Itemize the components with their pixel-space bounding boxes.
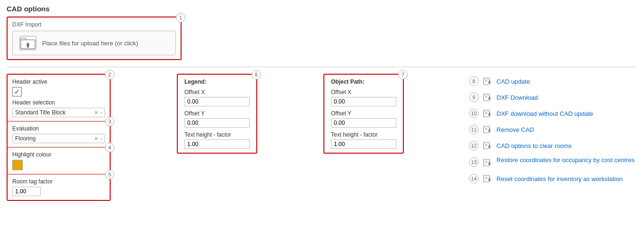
action-item-cad-clear-rooms[interactable]: 12 CAD options to clear rooms [466, 138, 637, 153]
action-label-8: CAD update [496, 78, 530, 85]
room-tag-label: Room tag factor [12, 178, 105, 185]
evaluation-panel: 3 Evaluation Flooring ✕ › [7, 121, 111, 147]
header-active-checkbox-row: ✓ [12, 87, 105, 96]
object-path-panel: 7 Object Path: Offset X Offset Y Text he… [323, 74, 404, 154]
badge-6: 6 [252, 70, 261, 79]
action-label-14: Reset coordinates for inventory as works… [496, 175, 623, 182]
horizontal-divider [7, 67, 637, 67]
evaluation-label: Evaluation [12, 125, 105, 132]
legend-text-height-input[interactable] [184, 139, 250, 149]
action-num-8: 8 [469, 77, 479, 86]
object-offset-y-input[interactable] [331, 118, 396, 128]
chevron-right-icon[interactable]: › [100, 110, 102, 115]
action-label-11: Remove CAD [496, 126, 534, 133]
action-num-12: 12 [469, 141, 479, 150]
action-num-14: 14 [469, 174, 479, 183]
dxf-import-label: DXF Import [12, 21, 176, 28]
badge-3: 3 [105, 117, 114, 126]
clear-icon-eval[interactable]: ✕ [94, 136, 98, 142]
action-num-11: 11 [469, 125, 479, 134]
section-badge-1: 1 [176, 13, 185, 22]
header-selection-dropdown[interactable]: Standard Title Block ✕ › [12, 108, 105, 117]
header-panel: 2 Header active ✓ Header selection Stand… [7, 74, 111, 121]
action-label-10: DXF download without CAD update [496, 110, 593, 117]
dxf-download-icon [482, 92, 493, 103]
dxf-import-section: 1 DXF Import Place files for upload here… [7, 17, 182, 60]
action-num-9: 9 [469, 93, 479, 102]
legend-offset-x-label: Offset X [184, 89, 250, 95]
upload-icon [19, 36, 36, 50]
badge-7: 7 [398, 70, 408, 79]
legend-title: Legend: [184, 78, 250, 85]
action-num-10: 10 [469, 109, 479, 118]
highlight-colour-label: Highlight colour [12, 151, 105, 158]
chevron-right-eval-icon[interactable]: › [100, 136, 102, 141]
action-item-remove-cad[interactable]: 11 Remove CAD [466, 122, 637, 137]
cad-update-icon [482, 76, 493, 87]
svg-marker-1 [26, 42, 30, 47]
object-text-height-label: Text height - factor [331, 131, 396, 138]
legend-panel: 6 Legend: Offset X Offset Y Text height … [177, 74, 257, 154]
action-label-13: Restore coordinates for occupancy by cos… [496, 156, 635, 164]
action-list: 8 CAD update 9 DXF Download 10 DXF downl… [466, 74, 637, 186]
bottom-row: 2 Header active ✓ Header selection Stand… [7, 74, 637, 201]
header-active-checkbox[interactable]: ✓ [12, 87, 22, 96]
clear-icon[interactable]: ✕ [94, 110, 98, 116]
header-selection-label: Header selection [12, 99, 105, 106]
object-text-height-input[interactable] [331, 139, 396, 149]
room-tag-panel: 5 Room tag factor [7, 174, 111, 201]
action-label-12: CAD options to clear rooms [496, 142, 572, 149]
dxf-no-cad-icon [482, 108, 493, 119]
room-tag-input[interactable] [12, 187, 41, 196]
page-title: CAD options [7, 5, 637, 13]
highlight-panel: 4 Highlight colour [7, 147, 111, 174]
header-active-label: Header active [12, 78, 105, 85]
upload-text: Place files for upload here (or click) [42, 40, 138, 47]
object-path-title: Object Path: [331, 78, 396, 85]
badge-2: 2 [105, 70, 114, 79]
legend-offset-y-label: Offset Y [184, 110, 250, 117]
header-selection-value: Standard Title Block [15, 109, 92, 116]
reset-coords-icon [482, 173, 493, 184]
restore-coords-icon [482, 157, 493, 168]
upload-dropzone[interactable]: Place files for upload here (or click) [12, 31, 176, 55]
remove-cad-icon [482, 124, 493, 135]
legend-text-height-label: Text height - factor [184, 131, 250, 138]
object-offset-x-label: Offset X [331, 89, 396, 95]
action-item-restore-coords[interactable]: 13 Restore coordinates for occupancy by … [466, 154, 637, 170]
action-item-dxf-download[interactable]: 9 DXF Download [466, 90, 637, 105]
legend-offset-x-input[interactable] [184, 97, 250, 106]
legend-offset-y-input[interactable] [184, 118, 250, 128]
highlight-colour-swatch[interactable] [12, 160, 23, 170]
action-item-cad-update[interactable]: 8 CAD update [466, 74, 637, 89]
action-item-dxf-no-cad[interactable]: 10 DXF download without CAD update [466, 106, 637, 121]
evaluation-value: Flooring [15, 135, 92, 142]
action-num-13: 13 [469, 157, 479, 167]
action-label-9: DXF Download [496, 94, 538, 101]
object-offset-y-label: Offset Y [331, 110, 396, 117]
object-offset-x-input[interactable] [331, 97, 396, 106]
evaluation-dropdown[interactable]: Flooring ✕ › [12, 134, 105, 143]
badge-5: 5 [105, 170, 114, 179]
cad-clear-rooms-icon [482, 140, 493, 151]
action-item-reset-coords[interactable]: 14 Reset coordinates for inventory as wo… [466, 171, 637, 186]
badge-4: 4 [105, 143, 114, 152]
